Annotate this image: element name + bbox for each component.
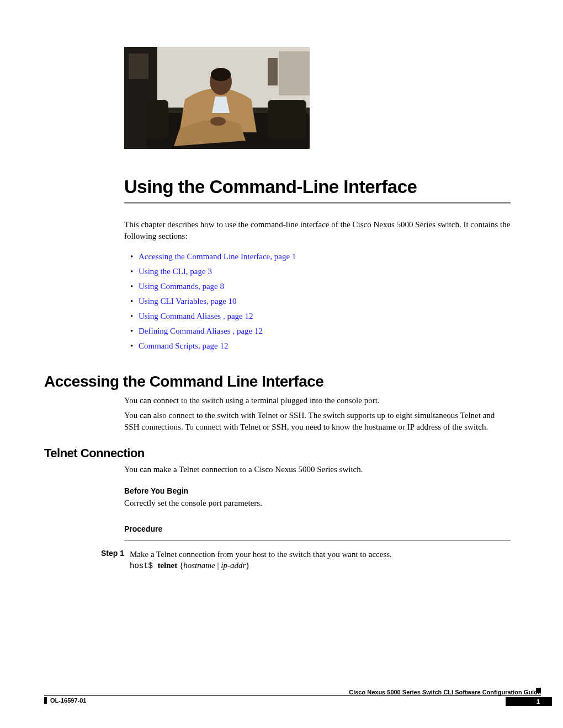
svg-rect-4 [279,51,310,95]
svg-rect-3 [129,53,148,79]
procedure-rule [124,540,511,541]
toc-item: Using Commands, page 8 [138,282,511,291]
toc-link[interactable]: Accessing the Command Line Interface, pa… [139,252,296,261]
chapter-title: Using the Command-Line Interface [124,176,511,197]
cli-brace: { [177,561,183,570]
toc-item: Using CLI Variables, page 10 [138,297,511,306]
step-text: Make a Telnet connection from your host … [130,550,392,559]
footer-doc-id: OL-16597-01 [50,697,86,704]
toc-link[interactable]: Using Command Aliases , page 12 [139,312,253,320]
cli-command: telnet [157,561,177,570]
toc-link[interactable]: Command Scripts, page 12 [139,341,228,350]
svg-rect-5 [268,58,278,85]
svg-point-11 [210,117,226,126]
procedure-heading: Procedure [124,524,511,533]
chapter-intro: This chapter describes how to use the co… [124,219,511,242]
toc-item: Using the CLI, page 3 [138,267,511,276]
svg-rect-7 [146,100,168,138]
cli-arg: ip-addr [221,561,246,570]
svg-point-10 [211,68,231,81]
page-footer: Cisco Nexus 5000 Series Switch CLI Softw… [44,689,552,706]
body-paragraph: You can connect to the switch using a te… [124,395,511,406]
footer-page-number: 1 [506,697,552,706]
footer-marker-icon [536,688,541,693]
toc-item: Accessing the Command Line Interface, pa… [138,252,511,261]
cli-pipe: | [215,561,221,570]
toc-item: Using Command Aliases , page 12 [138,312,511,321]
toc-link[interactable]: Defining Command Aliases , page 12 [139,326,263,335]
body-paragraph: Correctly set the console port parameter… [124,497,511,509]
section-heading-accessing-cli: Accessing the Command Line Interface [44,373,511,390]
toc-link[interactable]: Using Commands, page 8 [139,282,224,291]
footer-tick-icon [44,697,47,704]
svg-rect-8 [268,100,306,138]
footer-guide-title: Cisco Nexus 5000 Series Switch CLI Softw… [44,689,552,695]
toc-item: Command Scripts, page 12 [138,341,511,351]
chapter-title-rule [124,202,511,204]
body-paragraph: You can also connect to the switch with … [124,410,511,433]
cli-brace: } [246,561,249,570]
step-label: Step 1 [99,549,124,571]
body-paragraph: You can make a Telnet connection to a Ci… [124,464,511,475]
cli-prompt: host$ [130,561,157,570]
procedure-step: Step 1 Make a Telnet connection from you… [99,549,511,571]
toc-item: Defining Command Aliases , page 12 [138,326,511,336]
before-you-begin-heading: Before You Begin [124,486,511,495]
toc-link[interactable]: Using CLI Variables, page 10 [139,297,237,306]
cli-arg: hostname [183,561,215,570]
toc-link[interactable]: Using the CLI, page 3 [139,267,212,276]
chapter-toc: Accessing the Command Line Interface, pa… [138,252,511,351]
chapter-hero-image [124,47,310,149]
step-body: Make a Telnet connection from your host … [124,549,511,571]
subsection-heading-telnet: Telnet Connection [44,446,511,461]
